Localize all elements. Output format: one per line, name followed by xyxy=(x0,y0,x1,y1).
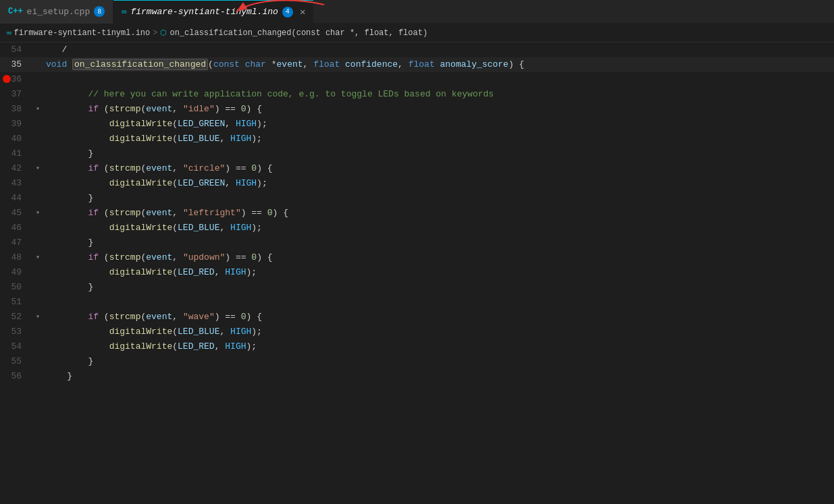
code-line-56: 56 } xyxy=(0,369,834,384)
line-number-36: 36 xyxy=(0,72,32,87)
code-line-51: 51 xyxy=(0,295,834,310)
tab-ei-setup[interactable]: C++ ei_setup.cpp 8 xyxy=(0,0,113,24)
code-content-42: if (strcmp(event, "circle") == 0) { xyxy=(43,161,834,176)
code-line-49: 49 digitalWrite(LED_RED, HIGH); xyxy=(0,265,834,280)
code-line-39: 39 digitalWrite(LED_GREEN, HIGH); xyxy=(0,117,834,132)
line-number-41: 41 xyxy=(0,146,32,161)
line-number-39: 39 xyxy=(0,117,32,132)
ino-icon: ∞ xyxy=(122,7,126,17)
code-content-56: } xyxy=(43,369,834,384)
code-content-41: } xyxy=(43,146,834,161)
line-number-40: 40 xyxy=(0,132,32,146)
code-content-40: digitalWrite(LED_BLUE, HIGH); xyxy=(43,132,834,146)
line-number-43: 43 xyxy=(0,176,32,191)
line-number-49: 49 xyxy=(0,265,32,280)
breadcrumb-file-icon: ∞ xyxy=(7,29,11,37)
line-number-48: 48 xyxy=(0,250,32,265)
code-line-38: 38 ▾ if (strcmp(event, "idle") == 0) { xyxy=(0,102,834,117)
line-number-56: 56 xyxy=(0,369,32,384)
code-line-48: 48 ▾ if (strcmp(event, "updown") == 0) { xyxy=(0,250,834,265)
tab-label-cpp: ei_setup.cpp xyxy=(27,7,90,17)
code-line-37: 37 // here you can write application cod… xyxy=(0,87,834,102)
code-line-54: 54 digitalWrite(LED_RED, HIGH); xyxy=(0,339,834,354)
line-number-46: 46 xyxy=(0,221,32,235)
tab-close-button[interactable]: ✕ xyxy=(300,6,305,18)
line-number-55: 55 xyxy=(0,354,32,369)
code-content-55: } xyxy=(43,354,834,369)
breadcrumb-func: on_classification_changed(const char *, … xyxy=(170,28,427,38)
code-content-53: digitalWrite(LED_BLUE, HIGH); xyxy=(43,325,834,339)
line-number: 54 xyxy=(0,43,32,57)
line-number-47: 47 xyxy=(0,235,32,250)
cpp-icon: C++ xyxy=(8,7,23,16)
code-content-50: } xyxy=(43,280,834,295)
breakpoint-dot xyxy=(3,75,11,83)
breadcrumb: ∞ firmware-syntiant-tinyml.ino > ⬡ on_cl… xyxy=(0,24,834,43)
code-content-35: void on_classification_changed(const cha… xyxy=(43,57,834,72)
code-line-45: 45 ▾ if (strcmp(event, "leftright") == 0… xyxy=(0,206,834,221)
code-content-45: if (strcmp(event, "leftright") == 0) { xyxy=(43,206,834,221)
code-line-54-top: 54 / xyxy=(0,43,834,57)
code-line-46: 46 digitalWrite(LED_BLUE, HIGH); xyxy=(0,221,834,235)
breadcrumb-sep1: > xyxy=(153,28,157,38)
code-content-54: digitalWrite(LED_RED, HIGH); xyxy=(43,339,834,354)
line-number-54: 54 xyxy=(0,339,32,354)
code-content-52: if (strcmp(event, "wave") == 0) { xyxy=(43,310,834,325)
tab-badge-ino: 4 xyxy=(282,7,293,18)
line-number-35: 35 xyxy=(0,57,32,72)
tab-firmware-ino[interactable]: ∞ firmware-syntiant-tinyml.ino 4 ✕ xyxy=(113,0,313,24)
breadcrumb-file: firmware-syntiant-tinyml.ino xyxy=(14,28,151,38)
code-content-48: if (strcmp(event, "updown") == 0) { xyxy=(43,250,834,265)
code-content-49: digitalWrite(LED_RED, HIGH); xyxy=(43,265,834,280)
code-line-55: 55 } xyxy=(0,354,834,369)
tab-badge-cpp: 8 xyxy=(94,6,105,17)
tab-label-ino: firmware-syntiant-tinyml.ino xyxy=(130,7,278,17)
code-line-41: 41 } xyxy=(0,146,834,161)
code-line-40: 40 digitalWrite(LED_BLUE, HIGH); xyxy=(0,132,834,146)
line-number-37: 37 xyxy=(0,87,32,102)
code-line-47: 47 } xyxy=(0,235,834,250)
line-number-51: 51 xyxy=(0,295,32,310)
code-content-39: digitalWrite(LED_GREEN, HIGH); xyxy=(43,117,834,132)
line-number-52: 52 xyxy=(0,310,32,325)
code-content-44: } xyxy=(43,191,834,206)
code-line-44: 44 } xyxy=(0,191,834,206)
code-line-43: 43 digitalWrite(LED_GREEN, HIGH); xyxy=(0,176,834,191)
tab-bar: C++ ei_setup.cpp 8 ∞ firmware-syntiant-t… xyxy=(0,0,834,24)
line-number-50: 50 xyxy=(0,280,32,295)
code-content-47: } xyxy=(43,235,834,250)
code-line-52: 52 ▾ if (strcmp(event, "wave") == 0) { xyxy=(0,310,834,325)
code-content-38: if (strcmp(event, "idle") == 0) { xyxy=(43,102,834,117)
code-line-53: 53 digitalWrite(LED_BLUE, HIGH); xyxy=(0,325,834,339)
code-line-36: 36 xyxy=(0,72,834,87)
code-line-42: 42 ▾ if (strcmp(event, "circle") == 0) { xyxy=(0,161,834,176)
code-line-50: 50 } xyxy=(0,280,834,295)
code-area: 54 / 35 void on_classification_changed(c… xyxy=(0,43,834,504)
code-content-43: digitalWrite(LED_GREEN, HIGH); xyxy=(43,176,834,191)
code-content-37: // here you can write application code, … xyxy=(43,87,834,102)
code-content: / xyxy=(43,43,834,57)
breadcrumb-func-icon: ⬡ xyxy=(160,28,167,37)
line-number-44: 44 xyxy=(0,191,32,206)
line-number-42: 42 xyxy=(0,161,32,176)
line-number-53: 53 xyxy=(0,325,32,339)
code-line-35: 35 void on_classification_changed(const … xyxy=(0,57,834,72)
code-content-46: digitalWrite(LED_BLUE, HIGH); xyxy=(43,221,834,235)
line-number-38: 38 xyxy=(0,102,32,117)
line-number-45: 45 xyxy=(0,206,32,221)
